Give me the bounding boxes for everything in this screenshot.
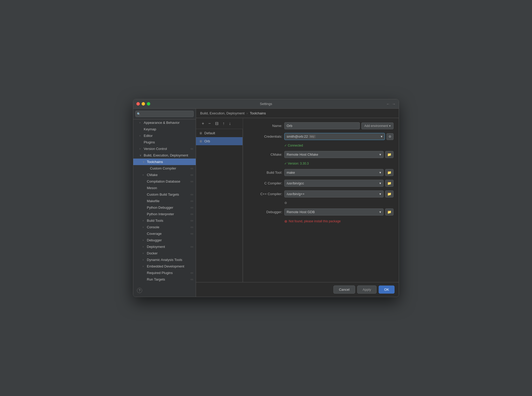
sidebar-item-meson[interactable]: Meson [133, 185, 196, 191]
cancel-button[interactable]: Cancel [333, 286, 355, 294]
remove-button[interactable]: − [207, 120, 212, 127]
sidebar-item-console[interactable]: › Console ▭ [133, 224, 196, 230]
pin-icon: ▭ [190, 278, 193, 281]
loading-spinner: ⚙ [284, 201, 287, 205]
connected-status-row: ✓ Connected [248, 144, 394, 147]
sidebar-item-label: Coverage [147, 232, 161, 236]
list-item-orb[interactable]: 🖥 Orb [196, 137, 242, 145]
sidebar-item-required-plugins[interactable]: Required Plugins ▭ [133, 270, 196, 276]
cmake-dropdown[interactable]: Remote Host CMake ▾ [284, 151, 384, 158]
build-tool-row: Build Tool: make ▾ 📁 [248, 169, 394, 176]
close-button[interactable] [136, 102, 140, 106]
move-down-button[interactable]: ↓ [227, 120, 233, 127]
debugger-folder-button[interactable]: 📁 [385, 208, 394, 216]
forward-arrow[interactable]: → [392, 102, 396, 106]
chevron-right-icon: › [143, 245, 146, 248]
credentials-dropdown[interactable]: smith@orb:22 key ▾ [284, 133, 385, 140]
sidebar-item-label: Plugins [144, 140, 155, 144]
sidebar-item-build-tools[interactable]: › Build Tools ▭ [133, 217, 196, 224]
sidebar-item-toolchains[interactable]: ∨ Toolchains [133, 159, 196, 165]
minimize-button[interactable] [142, 102, 145, 106]
pin-icon: ▭ [190, 212, 193, 216]
sidebar-item-label: Debugger [147, 238, 162, 242]
search-input[interactable] [135, 111, 194, 117]
add-button[interactable]: + [200, 120, 206, 127]
sidebar-item-editor[interactable]: › Editor [133, 132, 196, 139]
sidebar-item-appearance[interactable]: › Appearance & Behavior [133, 119, 196, 126]
sidebar-item-embedded[interactable]: › Embedded Development [133, 263, 196, 270]
sidebar-item-label: Makefile [147, 199, 159, 203]
pin-icon: ▭ [190, 232, 193, 235]
cpp-compiler-folder-button[interactable]: 📁 [385, 190, 394, 197]
cpp-compiler-control: /usr/bin/g++ ▾ 📁 [284, 190, 394, 197]
ok-button[interactable]: OK [379, 286, 395, 294]
sidebar-item-label: Version Control [144, 147, 167, 151]
apply-button[interactable]: Apply [357, 286, 377, 294]
error-icon: ⊗ [284, 219, 287, 223]
sidebar-item-cmake[interactable]: › CMake ▭ [133, 172, 196, 178]
add-environment-button[interactable]: Add environment ▾ [361, 123, 394, 129]
settings-window: Settings ← → 🔍 › Appearance & Behavior [133, 99, 399, 297]
sidebar-item-version-control[interactable]: › Version Control ▭ [133, 145, 196, 152]
list-item-default[interactable]: 🖥 Default [196, 129, 242, 137]
c-compiler-dropdown[interactable]: /usr/bin/gcc ▾ [284, 180, 384, 187]
sidebar-item-label: Python Debugger [147, 206, 173, 209]
gear-button[interactable]: ⚙ [386, 133, 394, 140]
breadcrumb: Build, Execution, Deployment › Toolchain… [196, 109, 399, 118]
sidebar-item-debugger[interactable]: › Debugger [133, 237, 196, 243]
sidebar-item-docker[interactable]: › Docker [133, 250, 196, 257]
sidebar-item-compilation-db[interactable]: Compilation Database ▭ [133, 178, 196, 185]
name-input[interactable] [284, 122, 360, 129]
credentials-label: Credentials: [248, 135, 282, 138]
build-tool-folder-button[interactable]: 📁 [385, 169, 394, 176]
sidebar-item-coverage[interactable]: Coverage ▭ [133, 230, 196, 237]
chevron-down-icon: ▾ [381, 135, 383, 138]
debugger-control: Remote Host GDB ▾ 📁 [284, 208, 394, 216]
debugger-dropdown[interactable]: Remote Host GDB ▾ [284, 208, 384, 216]
sidebar-item-custom-compiler[interactable]: Custom Compiler ▭ [133, 165, 196, 172]
chevron-down-icon: ▾ [379, 192, 381, 196]
pin-icon: ▭ [190, 167, 193, 170]
help-button[interactable]: ? [137, 288, 142, 293]
cpp-compiler-dropdown[interactable]: /usr/bin/g++ ▾ [284, 190, 384, 197]
add-env-label: Add environment [364, 124, 388, 128]
sidebar-item-label: Meson [147, 186, 157, 190]
chevron-right-icon: › [140, 121, 143, 124]
connected-status: ✓ Connected [284, 144, 303, 147]
copy-button[interactable]: ⊟ [213, 120, 220, 127]
build-tool-control: make ▾ 📁 [284, 169, 394, 176]
sidebar-item-label: CMake [147, 173, 158, 177]
c-compiler-value: /usr/bin/gcc [287, 181, 304, 185]
chevron-down-icon: ∨ [143, 160, 146, 163]
sidebar-item-label: Deployment [147, 245, 165, 249]
sidebar-item-keymap[interactable]: Keymap [133, 126, 196, 132]
maximize-button[interactable] [147, 102, 150, 106]
build-tool-label: Build Tool: [248, 171, 282, 174]
cmake-value: Remote Host CMake [287, 153, 318, 156]
name-row: Name: Add environment ▾ [248, 122, 394, 129]
c-compiler-folder-button[interactable]: 📁 [385, 180, 394, 187]
sidebar-item-plugins[interactable]: Plugins [133, 139, 196, 145]
back-arrow[interactable]: ← [386, 102, 390, 106]
chevron-right-icon: › [143, 258, 146, 261]
sidebar-item-python-interpreter[interactable]: Python Interpreter ▭ [133, 211, 196, 217]
move-up-button[interactable]: ↑ [221, 120, 226, 127]
sidebar-item-custom-build[interactable]: Custom Build Targets ▭ [133, 191, 196, 198]
chevron-down-icon: ∨ [140, 154, 143, 157]
pin-icon: ▭ [190, 225, 193, 229]
chevron-down-icon: ▾ [379, 171, 381, 174]
sidebar-item-label: Build Tools [147, 219, 163, 223]
sidebar-item-label: Build, Execution, Deployment [144, 153, 188, 157]
sidebar-item-build-exec[interactable]: ∨ Build, Execution, Deployment [133, 152, 196, 159]
sidebar-item-python-debugger[interactable]: Python Debugger ▭ [133, 204, 196, 211]
chevron-down-icon: ▾ [379, 153, 381, 156]
sidebar-item-deployment[interactable]: › Deployment ▭ [133, 243, 196, 250]
c-compiler-row: C Compiler: /usr/bin/gcc ▾ 📁 [248, 180, 394, 187]
sidebar-item-run-targets[interactable]: Run Targets ▭ [133, 276, 196, 283]
build-tool-dropdown[interactable]: make ▾ [284, 169, 384, 176]
sidebar-item-makefile[interactable]: Makefile ▭ [133, 198, 196, 204]
cmake-folder-button[interactable]: 📁 [385, 151, 394, 158]
error-text: Not found, please install this package [289, 219, 341, 223]
sidebar-item-label: Custom Build Targets [147, 193, 179, 196]
sidebar-item-dynamic-analysis[interactable]: › Dynamic Analysis Tools [133, 257, 196, 263]
